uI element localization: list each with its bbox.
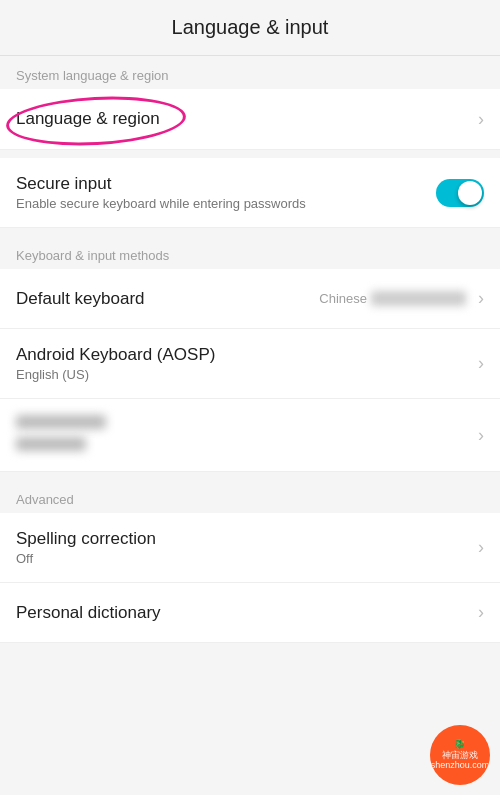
blurred-keyboard-content <box>16 415 470 455</box>
chevron-icon: › <box>478 109 484 130</box>
chevron-icon-dictionary: › <box>478 602 484 623</box>
personal-dictionary-content: Personal dictionary <box>16 603 470 623</box>
section-header-advanced: Advanced <box>0 480 500 513</box>
language-region-content: Language & region <box>16 109 470 129</box>
watermark: 🐉神宙游戏shenzhou.com <box>430 725 490 785</box>
page-header: Language & input <box>0 0 500 56</box>
default-keyboard-content: Default keyboard <box>16 289 319 309</box>
personal-dictionary-item[interactable]: Personal dictionary › <box>0 583 500 643</box>
section-header-keyboard: Keyboard & input methods <box>0 236 500 269</box>
blurred-subtitle-block <box>16 437 86 451</box>
spelling-correction-content: Spelling correction Off <box>16 529 470 566</box>
android-keyboard-subtitle: English (US) <box>16 367 470 382</box>
watermark-text: 🐉神宙游戏shenzhou.com <box>431 739 490 771</box>
page-title: Language & input <box>172 16 329 39</box>
android-keyboard-title: Android Keyboard (AOSP) <box>16 345 470 365</box>
separator-2 <box>0 228 500 236</box>
secure-input-content: Secure input Enable secure keyboard whil… <box>16 174 436 211</box>
secure-input-item[interactable]: Secure input Enable secure keyboard whil… <box>0 158 500 228</box>
spelling-correction-subtitle: Off <box>16 551 470 566</box>
secure-input-subtitle: Enable secure keyboard while entering pa… <box>16 196 436 211</box>
spelling-correction-title: Spelling correction <box>16 529 470 549</box>
android-keyboard-item[interactable]: Android Keyboard (AOSP) English (US) › <box>0 329 500 399</box>
default-keyboard-value: Chinese Cantonese Input <box>319 291 466 306</box>
blurred-value: Cantonese Input <box>371 291 466 306</box>
language-region-title: Language & region <box>16 109 470 129</box>
android-keyboard-content: Android Keyboard (AOSP) English (US) <box>16 345 470 382</box>
secure-input-title: Secure input <box>16 174 436 194</box>
chevron-icon-spelling: › <box>478 537 484 558</box>
default-keyboard-item[interactable]: Default keyboard Chinese Cantonese Input… <box>0 269 500 329</box>
spelling-correction-item[interactable]: Spelling correction Off › <box>0 513 500 583</box>
blurred-keyboard-item[interactable]: › <box>0 399 500 472</box>
separator-1 <box>0 150 500 158</box>
separator-3 <box>0 472 500 480</box>
default-keyboard-title: Default keyboard <box>16 289 319 309</box>
chevron-icon-keyboard: › <box>478 288 484 309</box>
section-header-system-language: System language & region <box>0 56 500 89</box>
language-region-item[interactable]: Language & region › <box>0 89 500 150</box>
chevron-icon-blurred: › <box>478 425 484 446</box>
toggle-track <box>436 179 484 207</box>
toggle-thumb <box>458 181 482 205</box>
secure-input-toggle[interactable] <box>436 179 484 207</box>
blurred-title-block <box>16 415 106 429</box>
chevron-icon-aosp: › <box>478 353 484 374</box>
personal-dictionary-title: Personal dictionary <box>16 603 470 623</box>
